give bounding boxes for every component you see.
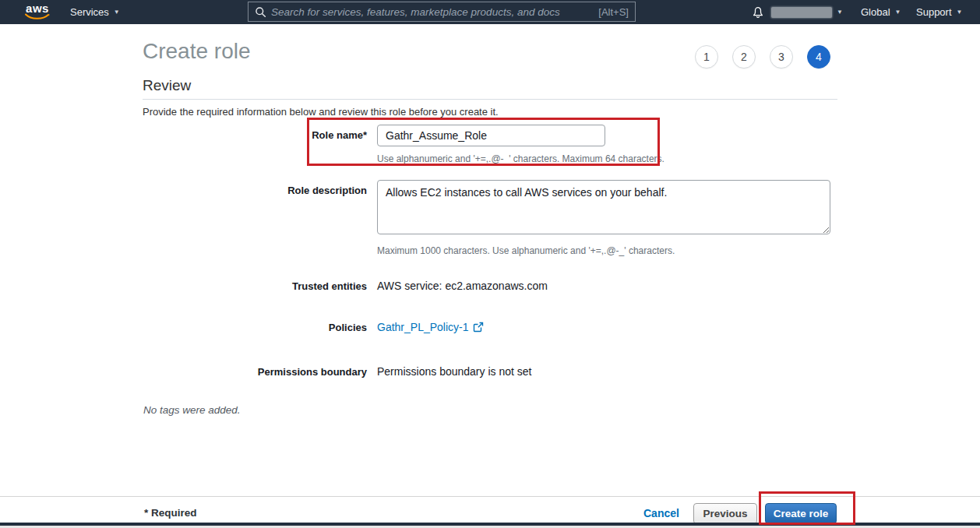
aws-smile-icon [24,13,51,21]
step-3[interactable]: 3 [770,45,793,69]
step-indicator: 1 2 3 4 [695,45,830,69]
external-link-icon [473,322,484,333]
cancel-link[interactable]: Cancel [643,507,679,519]
policy-link-text: Gathr_PL_Policy-1 [377,321,469,333]
notifications-bell-icon[interactable] [750,4,766,19]
section-title: Review [143,77,191,94]
top-navigation-bar: aws Services ▼ [Alt+S] ▼ [0,0,980,24]
divider [143,99,837,100]
search-shortcut-hint: [Alt+S] [598,6,629,18]
search-bar[interactable]: [Alt+S] [248,2,636,22]
region-menu[interactable]: Global ▼ [861,0,901,24]
required-note: * Required [144,507,197,519]
region-label: Global [861,6,890,18]
tags-note: No tags were added. [143,404,241,416]
trusted-entities-label: Trusted entities [143,280,367,292]
divider [0,496,980,497]
services-label: Services [70,6,109,18]
policy-link[interactable]: Gathr_PL_Policy-1 [377,321,484,333]
role-name-input[interactable] [377,125,605,146]
chevron-down-icon: ▼ [957,9,963,16]
aws-logo[interactable]: aws [23,2,51,23]
chevron-down-icon: ▼ [895,9,901,16]
permissions-boundary-value: Permissions boundary is not set [377,365,531,378]
role-description-hint: Maximum 1000 characters. Use alphanumeri… [377,245,675,256]
page-title: Create role [143,39,251,64]
role-description-textarea[interactable]: Allows EC2 instances to call AWS service… [377,180,830,234]
previous-button[interactable]: Previous [693,503,757,524]
aws-console-create-role-page: aws Services ▼ [Alt+S] ▼ [0,0,980,528]
support-menu[interactable]: Support ▼ [916,0,962,24]
policies-label: Policies [143,322,367,333]
role-description-label: Role description [143,185,367,196]
role-name-hint: Use alphanumeric and '+=,.@-_' character… [377,153,664,164]
step-4-active[interactable]: 4 [807,45,830,69]
permissions-boundary-label: Permissions boundary [143,366,367,378]
search-input[interactable] [266,6,598,18]
step-1[interactable]: 1 [695,45,718,69]
search-icon [255,6,266,18]
account-menu[interactable]: ▼ [771,0,843,24]
support-label: Support [916,6,952,18]
role-name-label: Role name* [143,129,367,141]
aws-logo-text: aws [23,2,51,14]
trusted-entities-value: AWS service: ec2.amazonaws.com [377,280,548,292]
chevron-down-icon: ▼ [837,9,843,16]
intro-text: Provide the required information below a… [143,106,499,118]
services-menu[interactable]: Services ▼ [70,0,120,24]
create-role-button[interactable]: Create role [765,503,837,524]
step-2[interactable]: 2 [732,45,756,69]
chevron-down-icon: ▼ [114,9,120,16]
account-name-redacted [771,7,832,18]
